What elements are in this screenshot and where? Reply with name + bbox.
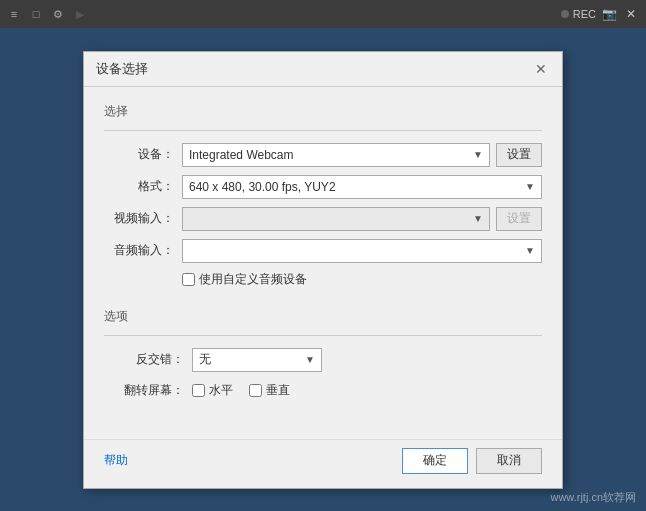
device-dropdown-arrow: ▼ [473,149,483,160]
flip-horizontal-option: 水平 [192,382,233,399]
deinterlace-dropdown-arrow: ▼ [305,354,315,365]
flip-vertical-label: 垂直 [266,382,290,399]
device-label: 设备： [104,146,174,163]
video-input-dropdown-arrow: ▼ [473,213,483,224]
deinterlace-row: 反交错： 无 ▼ [104,348,542,372]
options-divider [104,335,542,336]
device-select-dialog: 设备选择 ✕ 选择 设备： Integrated Webcam ▼ 设置 [83,51,563,489]
main-area: 设备选择 ✕ 选择 设备： Integrated Webcam ▼ 设置 [0,28,646,511]
close-titlebar-btn[interactable]: ✕ [622,5,640,23]
flip-row: 翻转屏幕： 水平 垂直 [104,382,542,399]
device-row: 设备： Integrated Webcam ▼ 设置 [104,143,542,167]
flip-label: 翻转屏幕： [104,382,184,399]
options-section: 选项 反交错： 无 ▼ 翻转屏幕： 水平 [104,308,542,399]
footer-buttons: 确定 取消 [402,448,542,474]
dialog-close-button[interactable]: ✕ [532,60,550,78]
video-input-label: 视频输入： [104,210,174,227]
rec-indicator: REC [561,8,596,20]
dialog-footer: 帮助 确定 取消 [84,439,562,488]
custom-audio-row: 使用自定义音频设备 [182,271,542,288]
help-link[interactable]: 帮助 [104,452,128,469]
audio-input-row: 音频输入： ▼ [104,239,542,263]
camera-icon[interactable]: 📷 [600,5,618,23]
watermark: www.rjtj.cn软荐网 [550,490,636,505]
device-settings-button[interactable]: 设置 [496,143,542,167]
flip-vertical-option: 垂直 [249,382,290,399]
flip-horizontal-checkbox[interactable] [192,384,205,397]
video-input-settings-button[interactable]: 设置 [496,207,542,231]
video-input-controls: ▼ 设置 [182,207,542,231]
device-controls: Integrated Webcam ▼ 设置 [182,143,542,167]
titlebar-left-icons: ≡ □ ⚙ ▶ [6,6,88,22]
options-section-label: 选项 [104,308,542,325]
deinterlace-label: 反交错： [104,351,184,368]
ok-button[interactable]: 确定 [402,448,468,474]
format-label: 格式： [104,178,174,195]
deinterlace-dropdown-text: 无 [199,351,301,368]
deinterlace-dropdown[interactable]: 无 ▼ [192,348,322,372]
audio-input-dropdown[interactable]: ▼ [182,239,542,263]
menu-icon[interactable]: ≡ [6,6,22,22]
rec-label: REC [573,8,596,20]
format-dropdown-arrow: ▼ [525,181,535,192]
audio-input-label: 音频输入： [104,242,174,259]
custom-audio-checkbox[interactable] [182,273,195,286]
flip-vertical-checkbox[interactable] [249,384,262,397]
format-dropdown-text: 640 x 480, 30.00 fps, YUY2 [189,180,521,194]
video-input-dropdown[interactable]: ▼ [182,207,490,231]
select-section-label: 选择 [104,103,542,120]
custom-audio-label[interactable]: 使用自定义音频设备 [199,271,307,288]
video-input-row: 视频输入： ▼ 设置 [104,207,542,231]
select-section: 选择 设备： Integrated Webcam ▼ 设置 格式： [104,103,542,288]
dialog-body: 选择 设备： Integrated Webcam ▼ 设置 格式： [84,87,562,439]
rec-dot [561,10,569,18]
titlebar: ≡ □ ⚙ ▶ REC 📷 ✕ [0,0,646,28]
format-dropdown[interactable]: 640 x 480, 30.00 fps, YUY2 ▼ [182,175,542,199]
forward-icon[interactable]: ▶ [72,6,88,22]
format-row: 格式： 640 x 480, 30.00 fps, YUY2 ▼ [104,175,542,199]
device-dropdown[interactable]: Integrated Webcam ▼ [182,143,490,167]
select-divider [104,130,542,131]
audio-input-dropdown-arrow: ▼ [525,245,535,256]
cancel-button[interactable]: 取消 [476,448,542,474]
titlebar-right: REC 📷 ✕ [561,0,640,28]
dialog-title: 设备选择 [96,60,148,78]
device-dropdown-text: Integrated Webcam [189,148,469,162]
dialog-titlebar: 设备选择 ✕ [84,52,562,87]
flip-options: 水平 垂直 [192,382,290,399]
flip-horizontal-label: 水平 [209,382,233,399]
gear-icon[interactable]: ⚙ [50,6,66,22]
window-icon[interactable]: □ [28,6,44,22]
